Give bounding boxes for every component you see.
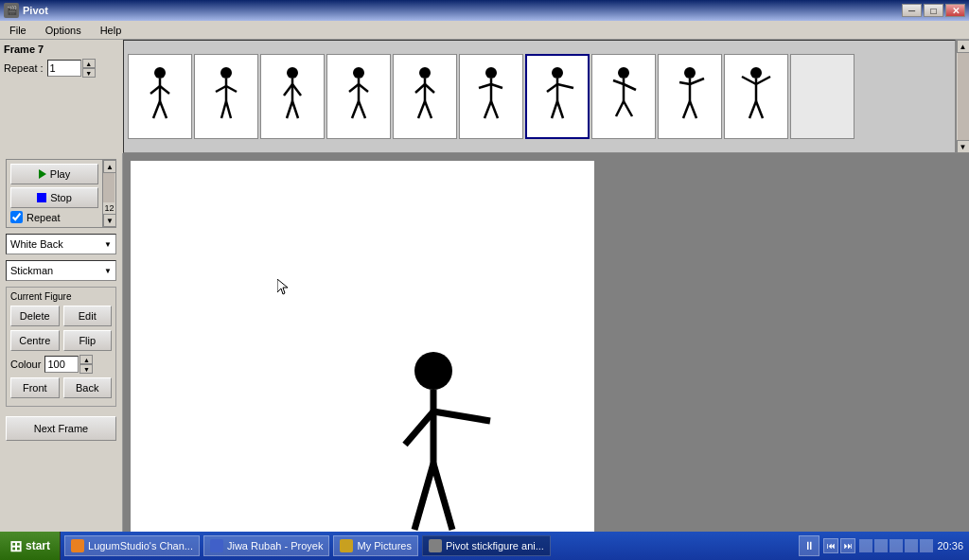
menu-help[interactable]: Help [95, 23, 128, 38]
playback-scroll-value: 12 [103, 202, 115, 214]
title-bar: 🎬 Pivot ─ □ ✕ [0, 0, 969, 21]
media-next[interactable]: ⏭ [840, 538, 855, 553]
frame-scroll-down[interactable]: ▼ [957, 140, 970, 153]
minimize-button[interactable]: ─ [902, 4, 922, 17]
svg-point-6 [220, 67, 232, 79]
svg-line-32 [479, 84, 491, 88]
figure-dropdown[interactable]: Stickman ▼ [6, 260, 116, 281]
taskbar-item-jiwa[interactable]: Jiwa Rubah - Proyek [203, 535, 330, 556]
frame-thumb-7[interactable] [525, 54, 590, 139]
svg-line-8 [216, 86, 226, 92]
stop-icon [37, 193, 46, 202]
svg-line-5 [160, 101, 167, 118]
playback-scroll-up[interactable]: ▲ [103, 160, 116, 173]
svg-line-38 [547, 84, 557, 92]
svg-line-21 [359, 84, 368, 92]
frame-thumb-2[interactable] [194, 54, 258, 139]
start-button[interactable]: ⊞ start [0, 532, 61, 560]
colour-spin-up[interactable]: ▲ [79, 355, 93, 364]
taskbar-icon-jiwa [210, 539, 223, 552]
svg-marker-60 [277, 279, 288, 294]
svg-point-24 [419, 67, 431, 79]
svg-line-39 [557, 84, 573, 88]
canvas-area [123, 153, 969, 560]
next-frame-button[interactable]: Next Frame [6, 416, 116, 441]
front-button[interactable]: Front [10, 377, 60, 398]
frame-thumb-10[interactable] [724, 54, 788, 139]
repeat-checkbox-row: Repeat [10, 211, 98, 223]
svg-line-20 [349, 84, 359, 92]
back-button[interactable]: Back [63, 377, 113, 398]
colour-spin-down[interactable]: ▼ [79, 364, 93, 374]
svg-point-0 [154, 67, 166, 79]
svg-line-46 [616, 101, 624, 116]
menu-options[interactable]: Options [40, 23, 87, 38]
repeat-checkbox[interactable] [10, 211, 23, 223]
stickman-figure[interactable] [386, 350, 500, 560]
frame-strip [123, 40, 956, 153]
cursor-indicator [277, 279, 291, 298]
svg-point-48 [684, 67, 696, 79]
svg-line-64 [433, 411, 490, 421]
frame-strip-area: Frame 7 Repeat : 1 ▲ ▼ [0, 40, 969, 153]
taskbar-pause-button[interactable]: ⏸ [799, 535, 819, 556]
frame-thumb-1[interactable] [128, 54, 192, 139]
svg-line-16 [287, 101, 292, 118]
animation-canvas[interactable] [131, 161, 594, 560]
colour-input[interactable]: 100 [44, 356, 79, 373]
taskbar-label-lugum: LugumStudio's Chan... [88, 540, 193, 551]
svg-line-14 [284, 84, 292, 96]
svg-line-44 [613, 80, 624, 84]
frame-thumb-5[interactable] [393, 54, 457, 139]
svg-line-59 [756, 101, 763, 118]
frame-scroll-up[interactable]: ▲ [957, 40, 970, 53]
clock: 20:36 [937, 540, 963, 551]
svg-line-63 [405, 411, 433, 445]
taskbar-item-lugum[interactable]: LugumStudio's Chan... [64, 535, 200, 556]
svg-line-52 [683, 101, 690, 118]
svg-line-45 [624, 84, 636, 90]
media-prev[interactable]: ⏮ [823, 538, 838, 553]
svg-line-58 [749, 101, 756, 118]
svg-line-53 [690, 101, 696, 118]
background-value: White Back [10, 238, 63, 250]
maximize-button[interactable]: □ [924, 4, 943, 17]
delete-button[interactable]: Delete [10, 306, 60, 326]
svg-line-35 [491, 101, 498, 118]
svg-line-50 [679, 82, 690, 84]
menu-file[interactable]: File [4, 23, 32, 38]
svg-line-41 [557, 101, 563, 118]
svg-point-18 [353, 67, 364, 79]
repeat-spin-down[interactable]: ▼ [82, 68, 96, 78]
svg-line-26 [415, 84, 425, 93]
frame-thumb-6[interactable] [459, 54, 523, 139]
background-dropdown[interactable]: White Back ▼ [6, 234, 116, 254]
repeat-check-label: Repeat [26, 212, 60, 223]
tray-icon-4 [905, 539, 918, 552]
svg-line-11 [226, 101, 231, 118]
stop-button[interactable]: Stop [10, 187, 98, 208]
edit-button[interactable]: Edit [63, 306, 113, 326]
taskbar-icon-pictures [340, 539, 353, 552]
play-button[interactable]: Play [10, 164, 98, 184]
close-button[interactable]: ✕ [945, 4, 965, 17]
flip-button[interactable]: Flip [63, 330, 113, 351]
repeat-spin-up[interactable]: ▲ [82, 59, 96, 68]
playback-scroll-down[interactable]: ▼ [103, 214, 116, 227]
svg-line-17 [292, 101, 298, 118]
svg-point-30 [485, 67, 497, 79]
taskbar-item-pivot[interactable]: Pivot stickfigure ani... [422, 535, 551, 556]
taskbar-item-pictures[interactable]: My Pictures [333, 535, 417, 556]
frame-thumb-3[interactable] [260, 54, 325, 139]
colour-label: Colour [10, 359, 41, 370]
frame-thumb-9[interactable] [658, 54, 722, 139]
repeat-input[interactable]: 1 [47, 60, 81, 77]
frame-thumb-4[interactable] [326, 54, 391, 139]
frame-thumb-11[interactable] [790, 54, 854, 139]
frame-thumb-8[interactable] [591, 54, 656, 139]
tray-icon-5 [920, 539, 933, 552]
current-figure-group: Current Figure Delete Edit Centre Flip C… [6, 287, 116, 407]
svg-point-54 [750, 67, 762, 79]
svg-line-9 [226, 86, 237, 92]
centre-button[interactable]: Centre [10, 330, 60, 351]
